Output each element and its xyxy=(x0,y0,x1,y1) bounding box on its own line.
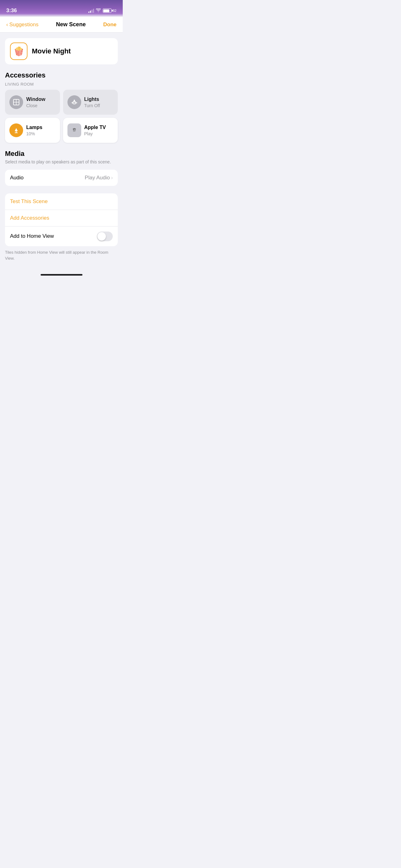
lamp-icon xyxy=(13,127,20,134)
add-to-home-view-toggle[interactable] xyxy=(97,231,113,241)
audio-value: Play Audio › xyxy=(85,175,113,181)
signal-icon xyxy=(89,8,94,13)
accessories-grid: Window Close Lights Turn Off xyxy=(0,90,123,143)
status-icons: 82 xyxy=(89,8,116,13)
media-section: Media Select media to play on speakers a… xyxy=(0,143,123,186)
apple-tv-name: Apple TV xyxy=(84,124,106,130)
window-icon xyxy=(13,99,20,105)
done-button[interactable]: Done xyxy=(103,22,116,28)
scene-icon: 🍿 xyxy=(10,42,28,60)
audio-label: Audio xyxy=(10,175,24,181)
status-bar: 3:36 82 xyxy=(0,0,123,17)
page-title: New Scene xyxy=(56,21,86,28)
accessory-apple-tv[interactable]: tv Apple TV Play xyxy=(63,118,118,143)
lamps-icon-circle xyxy=(9,123,23,137)
add-accessories-label: Add Accessories xyxy=(10,215,49,221)
play-audio-text: Play Audio xyxy=(85,175,110,181)
home-indicator xyxy=(41,274,82,276)
svg-point-6 xyxy=(74,100,75,101)
add-to-home-view-row[interactable]: Add to Home View xyxy=(5,226,118,246)
apple-tv-icon-box: tv xyxy=(67,123,81,137)
accessory-window[interactable]: Window Close xyxy=(5,90,60,115)
chevron-left-icon: ‹ xyxy=(6,22,8,28)
add-to-home-view-label: Add to Home View xyxy=(10,233,97,239)
lights-info: Lights Turn Off xyxy=(84,96,100,108)
navigation-bar: ‹ Suggestions New Scene Done xyxy=(0,17,123,32)
wifi-icon xyxy=(96,8,101,13)
window-icon-circle xyxy=(9,95,23,109)
accessories-section-header: Accessories xyxy=(0,64,123,82)
window-status: Close xyxy=(26,103,45,108)
battery-level: 82 xyxy=(113,9,116,12)
battery-icon: 82 xyxy=(103,8,116,13)
scene-name: Movie Night xyxy=(32,47,71,55)
apple-tv-status: Play xyxy=(84,131,106,136)
accessory-lights[interactable]: Lights Turn Off xyxy=(63,90,118,115)
apple-tv-info: Apple TV Play xyxy=(84,124,106,136)
window-name: Window xyxy=(26,96,45,102)
svg-marker-8 xyxy=(15,128,18,131)
media-title: Media xyxy=(5,150,118,158)
room-label: LIVING ROOM xyxy=(0,82,123,90)
accessory-lamps[interactable]: Lamps 10% xyxy=(5,118,60,143)
actions-card: Test This Scene Add Accessories Add to H… xyxy=(5,193,118,246)
lamps-info: Lamps 10% xyxy=(26,124,42,136)
lights-icon-circle xyxy=(67,95,81,109)
window-info: Window Close xyxy=(26,96,45,108)
test-scene-label: Test This Scene xyxy=(10,198,48,205)
lamps-status: 10% xyxy=(26,131,42,136)
media-subtitle: Select media to play on speakers as part… xyxy=(5,159,118,165)
test-scene-row[interactable]: Test This Scene xyxy=(5,193,118,210)
ceiling-light-icon xyxy=(71,99,78,105)
chevron-right-icon: › xyxy=(111,175,113,181)
audio-row[interactable]: Audio Play Audio › xyxy=(5,170,118,186)
toggle-thumb xyxy=(97,232,106,241)
lights-name: Lights xyxy=(84,96,100,102)
back-label: Suggestions xyxy=(9,22,39,28)
scene-name-card[interactable]: 🍿 Movie Night xyxy=(5,38,118,64)
hint-text: Tiles hidden from Home View will still a… xyxy=(0,246,123,269)
back-button[interactable]: ‹ Suggestions xyxy=(6,22,38,28)
add-accessories-row[interactable]: Add Accessories xyxy=(5,210,118,226)
lights-status: Turn Off xyxy=(84,103,100,108)
apple-tv-logo-icon: tv xyxy=(70,127,79,134)
lamps-name: Lamps xyxy=(26,124,42,130)
status-time: 3:36 xyxy=(6,7,17,14)
